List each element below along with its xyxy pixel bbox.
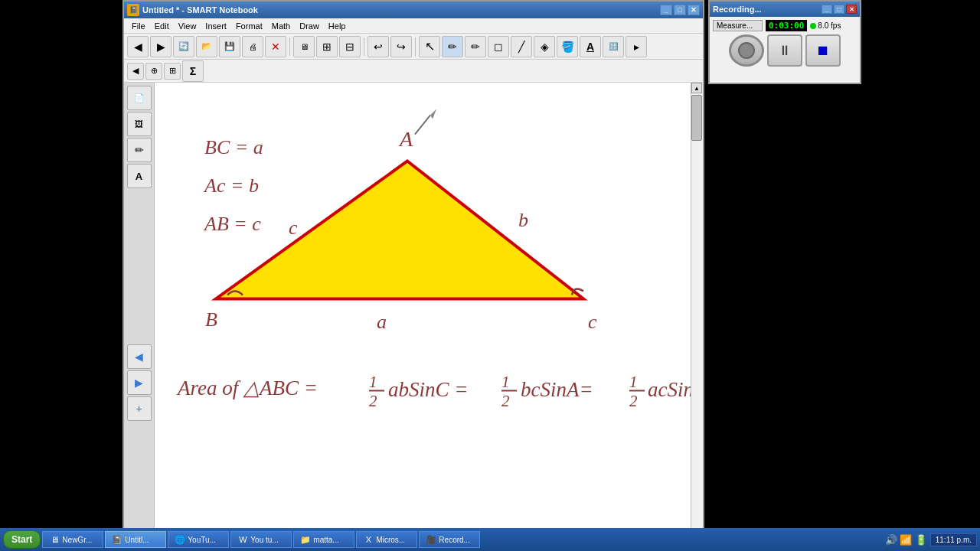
redo-btn[interactable]: ↪	[390, 36, 412, 57]
fontsize-btn[interactable]: 🔠	[603, 36, 624, 57]
nav-zoom-btn[interactable]: ⊕	[145, 63, 162, 80]
taskbar-newgr[interactable]: 🖥 NewGr...	[42, 531, 103, 548]
nav-grid-btn[interactable]: ⊞	[164, 63, 181, 80]
menu-format[interactable]: Format	[231, 20, 267, 32]
eq-ab: AB = c	[203, 213, 261, 235]
menu-file[interactable]: File	[127, 20, 150, 32]
draw-tool-btn[interactable]: ✏	[127, 138, 152, 162]
menu-insert[interactable]: Insert	[201, 20, 231, 32]
menu-math[interactable]: Math	[267, 20, 295, 32]
recording-title: Recording...	[713, 5, 762, 14]
stop-button[interactable]: ⏹	[805, 34, 841, 67]
taskbar-label-newgr: NewGr...	[62, 536, 92, 544]
refresh-btn[interactable]: 🔄	[173, 36, 194, 57]
taskbar-word[interactable]: W You tu...	[230, 531, 292, 548]
next-page-btn[interactable]: ▶	[127, 370, 152, 395]
frac1: 1	[369, 373, 377, 391]
side-a-label: a	[377, 311, 387, 333]
taskbar-icon-folder: 📁	[300, 534, 311, 545]
taskbar-label-folder: matta...	[313, 536, 338, 544]
scroll-up-btn[interactable]: ▲	[691, 83, 702, 93]
text-tool-btn[interactable]: A	[127, 164, 152, 188]
pause-icon: ⏸	[778, 43, 792, 59]
rec-maximize-btn[interactable]: □	[834, 5, 844, 14]
taskbar-icon-untitled: 📓	[112, 534, 122, 545]
canvas-area: BC = a Ac = b AB = c A B a c c	[155, 83, 691, 546]
right-panel-black	[858, 0, 980, 547]
grid-btn[interactable]: ⊞	[316, 36, 338, 57]
eraser-btn[interactable]: ◻	[488, 36, 509, 57]
save-btn[interactable]: 💾	[219, 36, 240, 57]
taskbar-folder[interactable]: 📁 matta...	[293, 531, 354, 548]
window-title: Untitled * - SMART Notebook	[142, 5, 258, 15]
triangle	[216, 161, 583, 299]
open-btn[interactable]: 📂	[196, 36, 217, 57]
shape-btn[interactable]: ◈	[534, 36, 555, 57]
image-btn[interactable]: 🖼	[127, 112, 152, 136]
taskbar-icon-word: W	[237, 534, 248, 545]
taskbar-right: 🔊 📶 🔋 11:11 p.m.	[885, 533, 978, 546]
scroll-thumb[interactable]	[691, 95, 702, 141]
main-window: 📓 Untitled * - SMART Notebook _ □ ✕ File…	[122, 0, 704, 547]
record-button[interactable]	[729, 34, 764, 67]
page-btn[interactable]: 📄	[127, 86, 152, 110]
taskbar-youtube[interactable]: 🌐 YouTu...	[168, 531, 229, 548]
taskbar-untitled[interactable]: 📓 Untitl...	[105, 531, 166, 548]
second-toolbar: ◀ ⊕ ⊞ Σ	[124, 60, 703, 83]
pencil-tip	[430, 109, 436, 119]
select-btn[interactable]: ↖	[419, 36, 440, 57]
table-btn[interactable]: ⊟	[339, 36, 361, 57]
sep2	[364, 37, 364, 56]
rec-measure-dropdown[interactable]: Measure...	[713, 20, 763, 31]
undo-btn[interactable]: ↩	[368, 36, 389, 57]
rec-button-row: ⏸ ⏹	[713, 34, 857, 67]
menu-edit[interactable]: Edit	[150, 20, 174, 32]
more-btn[interactable]: ▸	[626, 36, 647, 57]
back-btn[interactable]: ◀	[127, 36, 149, 57]
rec-fps-display: 8.0 fps	[810, 21, 841, 30]
close-btn[interactable]: ✕	[688, 5, 700, 15]
rec-minimize-btn[interactable]: _	[822, 5, 832, 14]
delete-btn[interactable]: ✕	[265, 36, 286, 57]
vertex-a-label: A	[398, 127, 413, 151]
menu-help[interactable]: Help	[324, 20, 351, 32]
left-side-panel: 📄 🖼 ✏ A ◀ ▶ +	[124, 83, 155, 546]
highlighter-btn[interactable]: ✏	[465, 36, 486, 57]
taskbar-icon-recording: 🎥	[426, 534, 436, 545]
nav-left-btn[interactable]: ◀	[127, 63, 144, 80]
scrollbar-vertical[interactable]: ▲ ▼	[691, 83, 703, 546]
forward-btn[interactable]: ▶	[150, 36, 172, 57]
sep3	[415, 37, 416, 56]
rec-close-btn[interactable]: ✕	[846, 5, 857, 14]
eq-bc: BC = a	[204, 136, 263, 158]
taskbar-excel[interactable]: X Micros...	[356, 531, 417, 548]
taskbar-icon-newgr: 🖥	[49, 534, 60, 545]
start-button[interactable]: Start	[3, 530, 41, 549]
absinc: abSinC =	[388, 378, 468, 401]
pause-button[interactable]: ⏸	[767, 34, 802, 67]
frac3: 1	[629, 373, 638, 391]
prev-page-btn[interactable]: ◀	[127, 344, 152, 369]
minimize-btn[interactable]: _	[660, 5, 672, 15]
recording-body: Measure... 0:03:00 8.0 fps ⏸ ⏹	[710, 17, 860, 70]
fps-indicator-dot	[810, 23, 816, 29]
line-btn[interactable]: ╱	[511, 36, 532, 57]
systray-icons: 🔊 📶 🔋	[885, 534, 927, 546]
menu-view[interactable]: View	[174, 20, 201, 32]
add-page-btn[interactable]: +	[127, 396, 152, 421]
maximize-btn[interactable]: □	[674, 5, 686, 15]
menu-bar: File Edit View Insert Format Math Draw H…	[124, 18, 703, 34]
rec-time-display: 0:03:00	[766, 20, 807, 31]
bcsina: bcSinA=	[521, 378, 593, 401]
menu-draw[interactable]: Draw	[295, 20, 324, 32]
system-clock: 11:11 p.m.	[930, 533, 977, 546]
print-btn[interactable]: 🖨	[242, 36, 263, 57]
screen-btn[interactable]: 🖥	[293, 36, 315, 57]
fill-btn[interactable]: 🪣	[557, 36, 578, 57]
text-btn[interactable]: A	[580, 36, 601, 57]
record-circle-icon	[738, 42, 755, 59]
taskbar-recording[interactable]: 🎥 Record...	[419, 531, 480, 548]
sigma-btn[interactable]: Σ	[182, 60, 204, 82]
math-svg: BC = a Ac = b AB = c A B a c c	[155, 83, 691, 546]
pen-btn[interactable]: ✏	[442, 36, 463, 57]
